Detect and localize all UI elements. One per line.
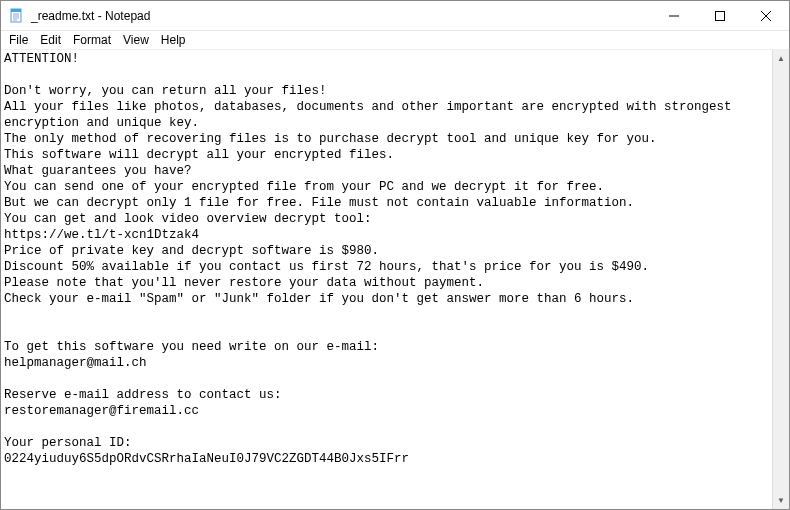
- menu-format[interactable]: Format: [67, 32, 117, 48]
- scroll-up-arrow-icon[interactable]: ▲: [773, 50, 789, 67]
- menu-view[interactable]: View: [117, 32, 155, 48]
- window-title: _readme.txt - Notepad: [31, 9, 651, 23]
- window-controls: [651, 1, 789, 30]
- scroll-down-arrow-icon[interactable]: ▼: [773, 492, 789, 509]
- notepad-icon: [9, 8, 25, 24]
- vertical-scrollbar[interactable]: ▲ ▼: [772, 50, 789, 509]
- text-editor-content[interactable]: ATTENTION! Don't worry, you can return a…: [1, 50, 772, 509]
- maximize-button[interactable]: [697, 1, 743, 31]
- menubar: File Edit Format View Help: [1, 31, 789, 50]
- titlebar: _readme.txt - Notepad: [1, 1, 789, 31]
- menu-help[interactable]: Help: [155, 32, 192, 48]
- close-button[interactable]: [743, 1, 789, 31]
- svg-rect-7: [716, 12, 725, 21]
- svg-rect-1: [11, 9, 21, 12]
- minimize-button[interactable]: [651, 1, 697, 31]
- menu-edit[interactable]: Edit: [34, 32, 67, 48]
- content-wrapper: ATTENTION! Don't worry, you can return a…: [1, 50, 789, 509]
- menu-file[interactable]: File: [3, 32, 34, 48]
